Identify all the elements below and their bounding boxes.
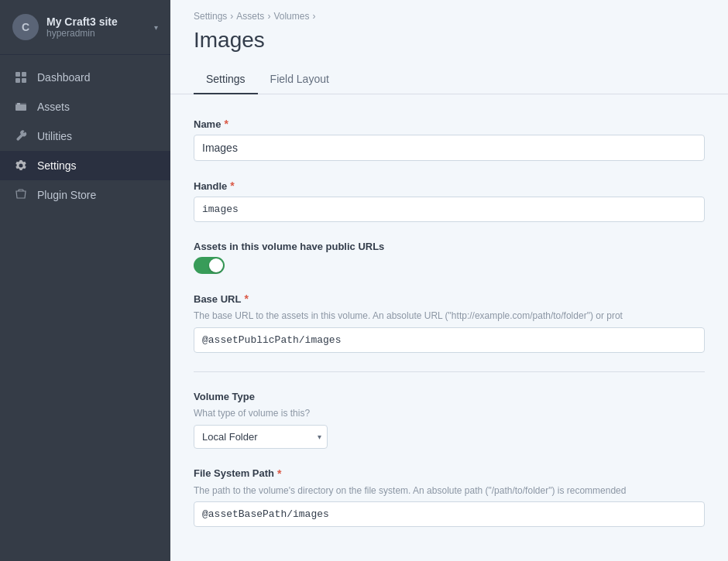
breadcrumb-sep1: ›	[230, 11, 233, 22]
base-url-group: Base URL * The base URL to the assets in…	[194, 292, 705, 353]
sidebar-item-plugin-store[interactable]: Plugin Store	[0, 180, 170, 210]
breadcrumb: Settings › Assets › Volumes ›	[170, 0, 728, 25]
public-urls-label: Assets in this volume have public URLs	[194, 241, 705, 252]
tabs-bar: Settings Field Layout	[170, 65, 728, 94]
volume-type-group: Volume Type What type of volume is this?…	[194, 391, 705, 449]
svg-rect-1	[22, 72, 26, 77]
username: hyperadmin	[46, 28, 118, 39]
breadcrumb-assets[interactable]: Assets	[236, 11, 264, 22]
tab-settings[interactable]: Settings	[194, 65, 258, 94]
sidebar-header[interactable]: C My Craft3 site hyperadmin ▾	[0, 0, 170, 55]
file-system-path-label: File System Path *	[194, 467, 705, 480]
main-content: Settings › Assets › Volumes › Images Set…	[170, 0, 728, 561]
breadcrumb-sep3: ›	[312, 11, 315, 22]
handle-required: *	[230, 180, 234, 192]
sidebar-item-label: Plugin Store	[37, 189, 96, 201]
name-required: *	[224, 118, 228, 130]
base-url-label: Base URL *	[194, 292, 705, 305]
volume-type-hint: What type of volume is this?	[194, 407, 705, 420]
file-system-path-group: File System Path * The path to the volum…	[194, 467, 705, 528]
utilities-icon	[14, 129, 28, 143]
name-group: Name *	[194, 118, 705, 161]
breadcrumb-settings[interactable]: Settings	[194, 11, 227, 22]
base-url-input[interactable]	[194, 327, 705, 353]
public-urls-toggle[interactable]	[194, 257, 225, 274]
volume-type-label: Volume Type	[194, 391, 705, 402]
svg-rect-2	[15, 78, 20, 83]
section-divider	[194, 371, 705, 372]
base-url-hint: The base URL to the assets in this volum…	[194, 310, 705, 323]
sidebar-item-settings[interactable]: Settings	[0, 151, 170, 180]
sidebar-item-dashboard[interactable]: Dashboard	[0, 63, 170, 92]
handle-input[interactable]	[194, 197, 705, 222]
svg-rect-3	[22, 78, 26, 83]
site-name: My Craft3 site	[46, 15, 118, 28]
svg-rect-6	[17, 103, 20, 104]
sidebar-item-label: Assets	[37, 101, 70, 113]
handle-label: Handle *	[194, 180, 705, 192]
sidebar-item-label: Dashboard	[37, 71, 91, 84]
file-system-path-hint: The path to the volume's directory on th…	[194, 484, 705, 498]
file-system-path-required: *	[277, 467, 281, 480]
chevron-down-icon: ▾	[154, 23, 158, 32]
svg-rect-0	[15, 72, 20, 77]
breadcrumb-sep2: ›	[267, 11, 270, 22]
breadcrumb-volumes[interactable]: Volumes	[273, 11, 309, 22]
assets-icon	[14, 100, 28, 114]
sidebar-item-label: Utilities	[37, 130, 72, 142]
name-label: Name *	[194, 118, 705, 130]
sidebar-item-utilities[interactable]: Utilities	[0, 121, 170, 151]
sidebar: C My Craft3 site hyperadmin ▾ Dashboard	[0, 0, 170, 561]
dashboard-icon	[14, 70, 28, 84]
svg-rect-5	[15, 104, 26, 111]
tab-field-layout[interactable]: Field Layout	[258, 65, 342, 94]
sidebar-item-label: Settings	[37, 159, 77, 172]
page-title: Images	[170, 25, 728, 65]
handle-group: Handle *	[194, 180, 705, 222]
sidebar-item-assets[interactable]: Assets	[0, 92, 170, 121]
toggle-thumb	[209, 258, 223, 272]
avatar: C	[12, 14, 39, 40]
file-system-path-input[interactable]	[194, 501, 705, 527]
settings-icon	[14, 159, 28, 173]
base-url-required: *	[244, 292, 248, 305]
name-input[interactable]	[194, 135, 705, 161]
public-urls-group: Assets in this volume have public URLs	[194, 241, 705, 274]
toggle-container	[194, 257, 705, 274]
plugin-store-icon	[14, 188, 28, 202]
volume-type-select-wrapper: Local Folder Amazon S3 Google Cloud Rack…	[194, 425, 328, 449]
settings-content: Name * Handle * Assets in this volume ha…	[170, 94, 728, 561]
sidebar-nav: Dashboard Assets Utilities	[0, 55, 170, 217]
volume-type-select[interactable]: Local Folder Amazon S3 Google Cloud Rack…	[194, 425, 328, 449]
